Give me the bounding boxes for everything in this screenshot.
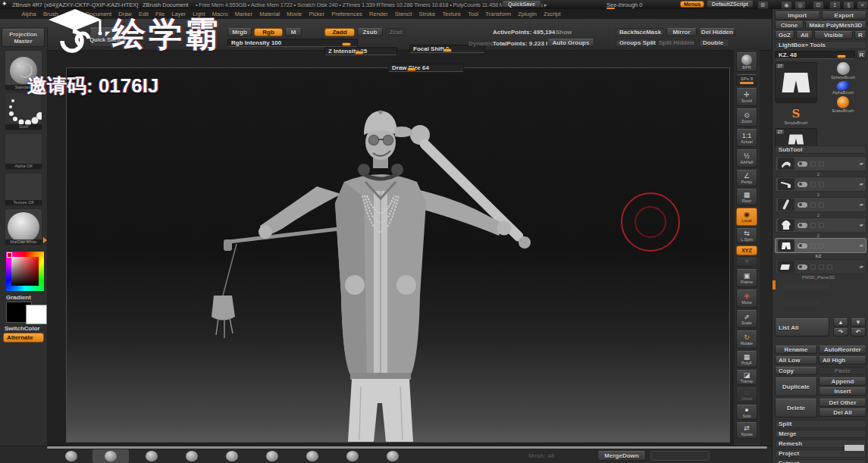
del-all-button[interactable]: Del All xyxy=(819,408,866,417)
auto-groups-button[interactable]: Auto Groups xyxy=(547,39,594,47)
paint-brush-icon[interactable]: ▰ xyxy=(860,202,863,208)
frame-button[interactable]: ▣Frame xyxy=(736,269,757,287)
solo-button[interactable]: ●Solo xyxy=(736,405,757,420)
rgb-intensity-handle[interactable] xyxy=(342,42,351,46)
del-hidden-button[interactable]: Del Hidden xyxy=(699,28,735,36)
rotate-button[interactable]: ↻Rotate xyxy=(736,330,757,349)
export-button[interactable]: Export xyxy=(822,11,867,20)
menus-button[interactable]: Menus xyxy=(680,1,704,8)
append-button[interactable]: Append xyxy=(819,377,866,386)
alternate-button[interactable]: Alternate xyxy=(3,333,44,343)
gradient-label[interactable]: Gradient xyxy=(6,294,31,301)
menu-marker[interactable]: Marker xyxy=(231,11,256,17)
xyz-button[interactable]: XYZ xyxy=(736,246,757,255)
transp-button[interactable]: ◪Transp xyxy=(736,370,757,385)
subtool-row[interactable]: ▰ xyxy=(775,217,866,233)
floor-button[interactable]: ▦Floor xyxy=(736,189,757,205)
visibility-eye-icon[interactable] xyxy=(797,223,807,228)
menu-render[interactable]: Render xyxy=(365,11,391,17)
current-alpha-thumb[interactable]: Alpha Off xyxy=(5,133,42,170)
visibility-eye-icon[interactable] xyxy=(797,264,807,270)
menu-transform[interactable]: Transform xyxy=(482,11,515,17)
horizontal-scrollbar[interactable] xyxy=(47,446,767,449)
groups-split-button[interactable]: Groups Split xyxy=(616,39,655,47)
switch-color-label[interactable]: SwitchColor xyxy=(5,325,40,332)
clone-button[interactable]: Clone xyxy=(775,21,804,30)
canvas-area[interactable] xyxy=(47,50,734,446)
menu-light[interactable]: Light xyxy=(190,11,208,17)
subtool-shift-up-button[interactable]: ↷ xyxy=(833,328,848,336)
subtool-row-selected[interactable]: ▰ xyxy=(775,238,866,253)
del-other-button[interactable]: Del Other xyxy=(819,399,866,407)
document[interactable] xyxy=(67,68,729,442)
menu-macro[interactable]: Macro xyxy=(208,11,231,17)
backfacemask-button[interactable]: BackfaceMask xyxy=(616,28,664,36)
xpose-button[interactable]: ⇄Xpose xyxy=(736,422,757,439)
lock-icon[interactable] xyxy=(813,1,824,9)
quicksave-button[interactable]: QuickSave xyxy=(502,1,541,8)
make-polymesh3d-button[interactable]: Make PolyMesh3D xyxy=(805,21,866,30)
lasso-button[interactable]: ? xyxy=(736,258,757,267)
paint-brush-icon[interactable]: ▰ xyxy=(860,161,863,167)
extract-section-header[interactable]: Extract xyxy=(775,459,866,463)
menu-movie[interactable]: Movie xyxy=(284,11,306,17)
current-tool-thumb[interactable]: 27 xyxy=(775,62,817,103)
split-section-header[interactable]: Split xyxy=(775,420,866,428)
grab-doc-icon[interactable] xyxy=(781,1,792,9)
tray-dock-arrow-icon[interactable] xyxy=(43,237,47,243)
draw-size-slider[interactable]: Draw Size 64 xyxy=(388,64,464,72)
actual-button[interactable]: 1:1Actual xyxy=(736,129,757,147)
rgb-button[interactable]: Rgb xyxy=(254,28,283,36)
subtool-down-button[interactable]: ▼ xyxy=(851,318,866,327)
scroll-button[interactable]: ✛Scroll xyxy=(736,88,757,106)
projection-master-button[interactable]: Projection Master xyxy=(2,29,45,47)
subtool-row[interactable]: ▰ xyxy=(775,197,866,212)
delete-button[interactable]: Delete xyxy=(775,399,817,418)
recent-tool-thumb[interactable] xyxy=(53,449,89,463)
spix-slider[interactable]: SPix 8 xyxy=(736,74,757,86)
zsub-button[interactable]: Zsub xyxy=(357,28,383,36)
zadd-button[interactable]: Zadd xyxy=(324,28,355,36)
visibility-eye-icon[interactable] xyxy=(797,202,807,208)
paint-brush-icon[interactable]: ▰ xyxy=(860,181,863,187)
rgb-intensity-slider[interactable]: Rgb Intensity 100 xyxy=(227,39,358,47)
alpha-brush-pick[interactable]: AlphaBrush xyxy=(819,81,866,95)
double-button[interactable]: Double xyxy=(699,39,729,47)
paint-brush-icon[interactable]: ▰ xyxy=(860,242,863,249)
slider-r-button[interactable]: R xyxy=(857,51,866,59)
draw-size-handle[interactable] xyxy=(407,67,416,71)
recent-tool-thumb[interactable] xyxy=(214,449,250,463)
pan-doc-icon[interactable] xyxy=(794,1,806,9)
upload-icon[interactable] xyxy=(829,1,841,9)
menu-edit[interactable]: Edit xyxy=(135,11,152,17)
focal-shift-handle[interactable] xyxy=(443,48,452,52)
simple-brush-pick[interactable]: S SimpleBrush xyxy=(775,105,817,126)
copy-button[interactable]: Copy xyxy=(775,367,817,375)
menu-picker[interactable]: Picker xyxy=(306,11,328,17)
scrollbar-corner-thumb[interactable] xyxy=(844,445,864,451)
m-button[interactable]: M xyxy=(285,28,302,36)
menu-alpha[interactable]: Alpha xyxy=(18,11,39,17)
sphere-brush-pick[interactable]: SphereBrush xyxy=(819,62,866,80)
goz-visible-button[interactable]: Visible xyxy=(814,31,853,39)
quick-sketch-button[interactable]: ◤ Quick Sketch xyxy=(89,27,126,47)
bpr-button[interactable]: BPR xyxy=(736,52,757,72)
subtool-row[interactable]: ▰ xyxy=(775,177,866,192)
paint-brush-icon[interactable]: ▰ xyxy=(860,264,863,270)
merge-section-header[interactable]: Merge xyxy=(775,430,866,438)
move-button[interactable]: ✚Move xyxy=(736,289,757,308)
subtool-row[interactable]: ▰ xyxy=(775,156,866,171)
subtool-row[interactable]: ▰ xyxy=(775,259,866,274)
spix-handle[interactable] xyxy=(740,82,754,84)
lsym-button[interactable]: ⇆L.Sym xyxy=(736,228,757,243)
menu-zplugin[interactable]: Zplugin xyxy=(515,11,541,17)
current-brush-thumb[interactable]: Standard xyxy=(5,50,42,91)
menu-zscript[interactable]: Zscript xyxy=(540,11,564,17)
show-label[interactable]: Show xyxy=(556,29,572,36)
dock-notch[interactable] xyxy=(772,280,776,289)
menu-tool[interactable]: Tool xyxy=(465,11,482,17)
local-button[interactable]: ◉Local xyxy=(736,208,757,226)
close-icon[interactable] xyxy=(857,1,868,9)
current-stroke-thumb[interactable]: Dots xyxy=(5,92,42,130)
visibility-eye-icon[interactable] xyxy=(797,161,807,167)
